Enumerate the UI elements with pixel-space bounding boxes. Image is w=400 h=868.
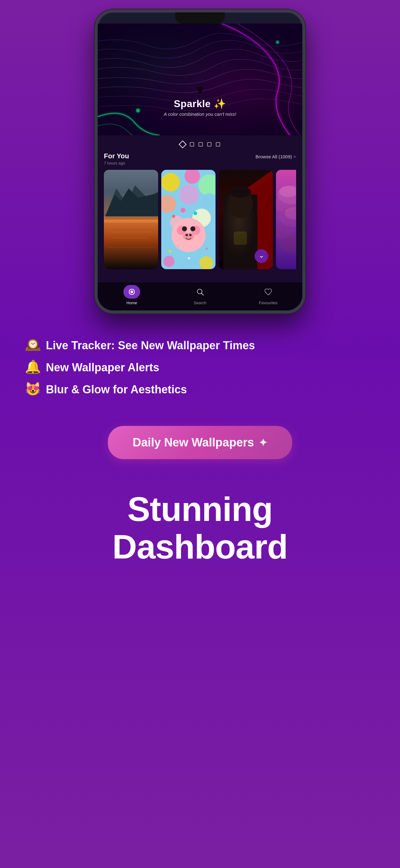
blur-emoji: 😻 xyxy=(25,382,41,396)
page-dot-4[interactable] xyxy=(207,142,211,147)
svg-point-28 xyxy=(190,226,195,231)
svg-point-35 xyxy=(163,256,174,267)
phone-notch xyxy=(175,12,225,24)
svg-point-22 xyxy=(194,211,197,215)
power-button xyxy=(304,81,305,108)
feature-item-alerts: 🔔 New Wallpaper Alerts xyxy=(25,361,375,375)
svg-point-37 xyxy=(199,256,213,269)
nav-item-favourites[interactable]: Favourites xyxy=(234,285,302,305)
bottom-navigation: Home Search xyxy=(98,282,302,310)
favourites-label: Favourites xyxy=(259,301,278,305)
download-chevron-button[interactable] xyxy=(255,249,268,263)
svg-rect-8 xyxy=(104,216,158,223)
svg-rect-7 xyxy=(104,219,158,269)
svg-point-21 xyxy=(180,208,186,213)
svg-point-2 xyxy=(276,41,279,44)
phone-screen: ♛ Sparkle ✨ A color combination you can'… xyxy=(98,24,302,310)
crown-icon: ♛ xyxy=(98,85,302,95)
topo-background xyxy=(98,24,302,135)
section-header: For You 7 hours ago Browse All (1009) » xyxy=(104,152,296,165)
tracker-text: Live Tracker: See New Wallpaper Times xyxy=(46,338,255,353)
blur-text: Blur & Glow for Aesthetics xyxy=(46,382,187,397)
main-heading-section: Stunning Dashboard xyxy=(0,478,400,590)
home-icon xyxy=(128,288,136,296)
hero-content: ♛ Sparkle ✨ A color combination you can'… xyxy=(98,85,302,117)
page-dot-2[interactable] xyxy=(190,142,194,147)
phone-mockup: ♛ Sparkle ✨ A color combination you can'… xyxy=(95,9,305,314)
cta-sparkle-icon: ✦ xyxy=(259,437,267,448)
volume-down-button xyxy=(95,93,96,112)
alerts-text: New Wallpaper Alerts xyxy=(46,361,159,375)
hero-title: Sparkle ✨ xyxy=(98,98,302,110)
volume-up-button xyxy=(95,68,96,87)
alerts-emoji: 🔔 xyxy=(25,361,41,373)
phone-frame: ♛ Sparkle ✨ A color combination you can'… xyxy=(95,9,305,314)
search-icon-container xyxy=(192,285,208,299)
page-indicators xyxy=(98,135,302,152)
wallpaper-grid: ✦ ✦ ♥ xyxy=(104,170,296,269)
feature-item-blur: 😻 Blur & Glow for Aesthetics xyxy=(25,382,375,397)
svg-text:✦: ✦ xyxy=(205,246,209,251)
cta-label: Daily New Wallpapers xyxy=(133,436,254,449)
wallpaper-thumb-mountain[interactable] xyxy=(104,170,158,269)
browse-all-button[interactable]: Browse All (1009) » xyxy=(256,153,296,160)
section-title-group: For You 7 hours ago xyxy=(104,152,129,165)
wallpaper-thumb-kawaii[interactable]: ✦ ✦ ♥ xyxy=(161,170,215,269)
section-time: 7 hours ago xyxy=(104,161,129,165)
page-dot-3[interactable] xyxy=(198,142,203,147)
svg-rect-0 xyxy=(98,24,302,135)
svg-point-23 xyxy=(172,215,175,218)
svg-line-57 xyxy=(202,293,203,295)
svg-point-55 xyxy=(131,290,133,293)
nav-item-home[interactable]: Home xyxy=(98,285,166,305)
hero-subtitle: A color combination you can't miss! xyxy=(98,112,302,117)
search-label: Search xyxy=(194,301,206,305)
nav-item-search[interactable]: Search xyxy=(166,285,234,305)
sparkle-decoration: ✨ xyxy=(214,98,226,109)
svg-point-31 xyxy=(189,234,192,236)
cta-button[interactable]: Daily New Wallpapers ✦ xyxy=(108,426,292,459)
tracker-emoji: 🕰️ xyxy=(25,338,41,351)
browse-chevrons-icon: » xyxy=(293,153,296,160)
page-dot-5[interactable] xyxy=(216,142,220,147)
wallpaper-thumb-superman[interactable] xyxy=(219,170,273,269)
search-icon xyxy=(196,288,204,296)
svg-point-27 xyxy=(182,226,187,231)
features-section: 🕰️ Live Tracker: See New Wallpaper Times… xyxy=(0,314,400,420)
svg-point-17 xyxy=(179,185,199,205)
for-you-section: For You 7 hours ago Browse All (1009) » xyxy=(98,152,302,273)
favourites-icon-container xyxy=(260,285,276,299)
home-label: Home xyxy=(127,301,137,305)
svg-point-13 xyxy=(161,173,180,191)
wallpaper-thumb-purple[interactable] xyxy=(276,170,296,269)
svg-point-30 xyxy=(186,234,188,236)
svg-text:✦: ✦ xyxy=(167,248,173,255)
heart-icon xyxy=(264,288,272,296)
cta-section: Daily New Wallpapers ✦ xyxy=(0,420,400,478)
main-heading: Stunning Dashboard xyxy=(25,490,375,565)
hero-wallpaper: ♛ Sparkle ✨ A color combination you can'… xyxy=(98,24,302,135)
page-dot-1[interactable] xyxy=(178,140,186,148)
section-title: For You xyxy=(104,152,129,160)
home-icon-background xyxy=(124,285,140,299)
feature-item-tracker: 🕰️ Live Tracker: See New Wallpaper Times xyxy=(25,338,375,353)
